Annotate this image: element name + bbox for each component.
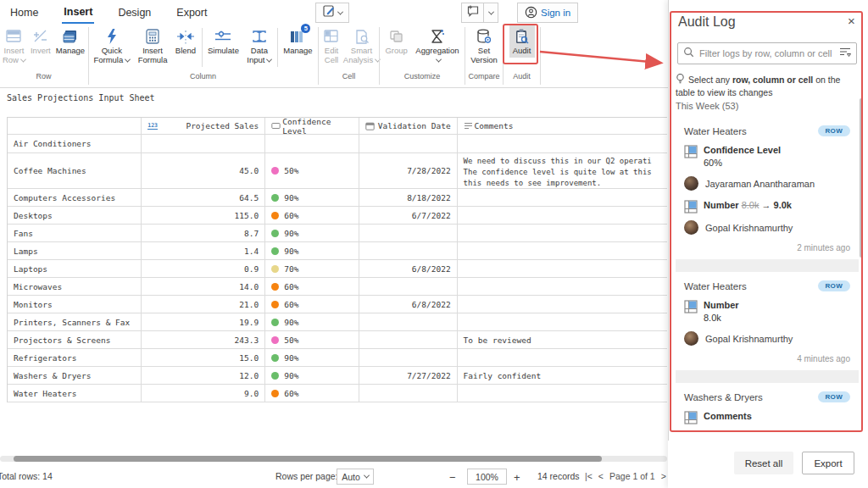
cell-projected-sales[interactable] <box>142 135 265 152</box>
cell-confidence-level[interactable]: 90% <box>265 313 359 330</box>
cell-comments[interactable] <box>458 207 667 224</box>
cell-name[interactable]: Coffee Machines <box>8 153 142 188</box>
cell-validation-date[interactable] <box>359 349 458 366</box>
cell-projected-sales[interactable]: 8.7 <box>142 225 265 241</box>
cell-confidence-level[interactable]: 90% <box>265 225 359 241</box>
table-row[interactable]: Laptops0.970%6/8/2022 <box>8 260 667 278</box>
cell-projected-sales[interactable]: 45.0 <box>142 153 265 188</box>
cell-projected-sales[interactable]: 64.5 <box>142 189 265 206</box>
audit-filter-input[interactable] <box>699 48 834 58</box>
aggregation-button[interactable]: Aggregation <box>413 25 461 67</box>
cell-validation-date[interactable]: 6/7/2022 <box>359 207 458 224</box>
cell-projected-sales[interactable]: 14.0 <box>142 278 265 295</box>
pager-next-button[interactable]: > <box>661 471 666 481</box>
blend-button[interactable]: Blend <box>173 25 198 58</box>
cell-validation-date[interactable] <box>359 242 458 259</box>
table-row[interactable]: Washers & Dryers12.090%7/27/2022Fairly c… <box>8 367 667 385</box>
audit-card[interactable]: Water HeatersROWNumber8.0kGopal Krishnam… <box>676 272 859 370</box>
manage-columns-button[interactable]: 5Manage <box>281 25 314 58</box>
table-row[interactable]: Lamps1.490% <box>8 242 667 260</box>
table-row[interactable]: Refrigerators15.090% <box>8 349 667 367</box>
cell-confidence-level[interactable]: 60% <box>265 207 359 224</box>
cell-name[interactable]: Water Heaters <box>8 385 142 402</box>
pager-prev-button[interactable]: < <box>598 471 604 481</box>
header-comments[interactable]: Comments <box>458 118 667 134</box>
audit-filter-box[interactable] <box>677 42 857 64</box>
cell-projected-sales[interactable]: 243.3 <box>142 331 265 348</box>
cell-projected-sales[interactable]: 12.0 <box>142 367 265 384</box>
cell-name[interactable]: Computers Accessories <box>8 189 142 206</box>
quick-formula-button[interactable]: QuickFormula <box>91 25 132 67</box>
table-row[interactable]: Desktops115.060%6/7/2022 <box>8 207 667 225</box>
add-comment-button[interactable] <box>461 3 484 23</box>
cell-comments[interactable] <box>458 225 667 241</box>
cell-comments[interactable] <box>458 135 667 152</box>
rows-per-page-select[interactable]: Auto <box>337 469 374 485</box>
cell-name[interactable]: Monitors <box>8 296 142 313</box>
audit-button[interactable]: Audit <box>509 25 535 58</box>
table-row[interactable]: Computers Accessories64.590%8/18/2022 <box>8 189 667 207</box>
cell-validation-date[interactable]: 6/8/2022 <box>359 260 458 277</box>
cell-validation-date[interactable]: 8/18/2022 <box>359 189 458 206</box>
cell-projected-sales[interactable]: 0.9 <box>142 260 265 277</box>
cell-validation-date[interactable]: 6/8/2022 <box>359 296 458 313</box>
pager-first-button[interactable]: |< <box>585 471 593 481</box>
cell-validation-date[interactable] <box>359 135 458 152</box>
table-row[interactable]: Fans8.790% <box>8 225 667 242</box>
cell-comments[interactable]: We need to discuss this in our Q2 operat… <box>458 153 667 188</box>
tab-insert[interactable]: Insert <box>62 1 94 24</box>
reset-all-button[interactable]: Reset all <box>734 452 793 474</box>
cell-confidence-level[interactable]: 90% <box>265 367 359 384</box>
cell-projected-sales[interactable]: 21.0 <box>142 296 265 313</box>
cell-name[interactable]: Projectors & Screens <box>8 331 142 348</box>
cell-projected-sales[interactable]: 9.0 <box>142 385 265 402</box>
cell-projected-sales[interactable]: 1.4 <box>142 242 265 259</box>
tab-home[interactable]: Home <box>8 2 40 23</box>
comment-dropdown-button[interactable] <box>483 3 498 23</box>
table-row[interactable]: Air Conditioners <box>8 135 667 153</box>
header-validation-date[interactable]: Validation Date <box>359 118 458 134</box>
cell-comments[interactable]: To be reviewed <box>458 331 667 348</box>
cell-comments[interactable] <box>458 260 667 277</box>
manage-rows-button[interactable]: Manage <box>53 25 87 58</box>
table-row[interactable]: Coffee Machines45.050%7/28/2022We need t… <box>8 153 667 189</box>
table-row[interactable]: Projectors & Screens243.350%To be review… <box>8 331 667 349</box>
table-row[interactable]: Microwaves14.060% <box>8 278 667 296</box>
horizontal-scrollbar-thumb[interactable] <box>14 456 602 462</box>
cell-name[interactable]: Fans <box>8 225 142 241</box>
zoom-in-button[interactable]: + <box>514 471 520 484</box>
cell-confidence-level[interactable]: 60% <box>265 385 359 402</box>
cell-projected-sales[interactable]: 115.0 <box>142 207 265 224</box>
sign-in-button[interactable]: Sign in <box>517 3 578 23</box>
header-projected-sales[interactable]: 123Projected Sales <box>142 118 265 134</box>
cell-validation-date[interactable]: 7/28/2022 <box>359 153 458 188</box>
audit-card[interactable]: Washers & DryersROWComments <box>676 383 859 430</box>
cell-confidence-level[interactable]: 70% <box>265 260 359 277</box>
table-row[interactable]: Printers, Scanners & Fax19.990% <box>8 313 667 331</box>
cell-comments[interactable] <box>458 242 667 259</box>
cell-validation-date[interactable]: 7/27/2022 <box>359 367 458 384</box>
audit-card[interactable]: Water HeatersROWConfidence Level60%Jayar… <box>676 117 859 259</box>
close-icon[interactable]: × <box>848 14 855 28</box>
cell-name[interactable]: Lamps <box>8 242 142 259</box>
cell-projected-sales[interactable]: 15.0 <box>142 349 265 366</box>
header-name[interactable] <box>8 118 142 134</box>
data-input-button[interactable]: DataInput <box>244 25 274 67</box>
cell-name[interactable]: Washers & Dryers <box>8 367 142 384</box>
cell-comments[interactable] <box>458 278 667 295</box>
zoom-out-button[interactable]: − <box>449 471 456 484</box>
cell-name[interactable]: Air Conditioners <box>8 135 142 152</box>
panel-scrollbar-thumb[interactable] <box>860 98 863 258</box>
cell-confidence-level[interactable]: 60% <box>265 278 359 295</box>
cell-validation-date[interactable] <box>359 225 458 241</box>
cell-name[interactable]: Laptops <box>8 260 142 277</box>
set-version-button[interactable]: SetVersion <box>468 25 500 67</box>
simulate-button[interactable]: Simulate <box>205 25 242 58</box>
zoom-value[interactable]: 100% <box>467 469 507 485</box>
insert-formula-button[interactable]: InsertFormula <box>136 25 170 67</box>
cell-confidence-level[interactable] <box>265 135 359 152</box>
cell-validation-date[interactable] <box>359 313 458 330</box>
tab-design[interactable]: Design <box>116 2 153 23</box>
cell-name[interactable]: Desktops <box>8 207 142 224</box>
cell-confidence-level[interactable]: 60% <box>265 296 359 313</box>
